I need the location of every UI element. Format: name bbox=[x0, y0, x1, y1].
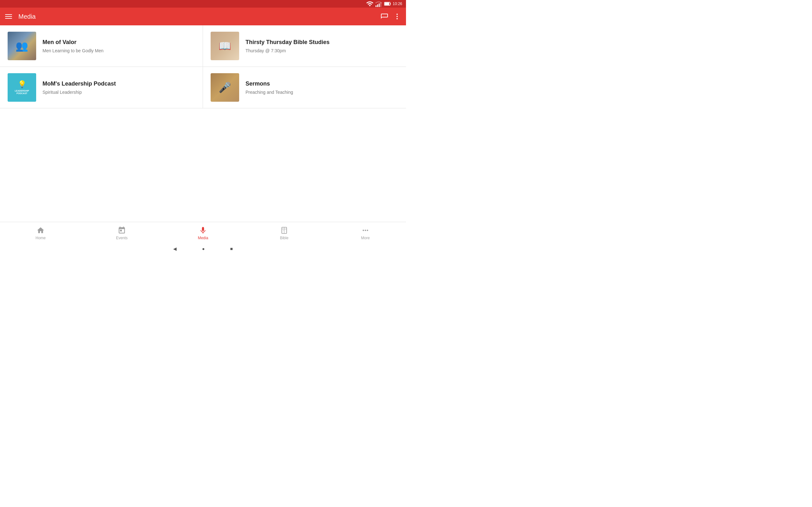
svg-rect-2 bbox=[379, 3, 380, 7]
svg-point-13 bbox=[362, 229, 364, 231]
status-bar: 10:26 bbox=[0, 0, 406, 8]
nav-item-more[interactable]: More bbox=[353, 224, 378, 243]
media-title: Thirsty Thursday Bible Studies bbox=[246, 39, 398, 46]
system-nav: ◀ ● ■ bbox=[0, 244, 406, 253]
svg-rect-0 bbox=[375, 5, 376, 7]
media-title: Sermons bbox=[246, 80, 398, 88]
media-info: Sermons Preaching and Teaching bbox=[246, 80, 398, 95]
media-thumbnail-men-of-valor bbox=[8, 32, 36, 60]
nav-label-home: Home bbox=[36, 236, 46, 240]
list-item[interactable]: Men of Valor Men Learning to be Godly Me… bbox=[0, 25, 203, 67]
svg-rect-5 bbox=[390, 3, 391, 4]
media-info: Men of Valor Men Learning to be Godly Me… bbox=[43, 39, 195, 53]
media-info: Thirsty Thursday Bible Studies Thursday … bbox=[246, 39, 398, 53]
nav-label-bible: Bible bbox=[280, 236, 289, 240]
media-grid: Men of Valor Men Learning to be Godly Me… bbox=[0, 25, 406, 108]
battery-icon bbox=[384, 0, 392, 8]
bottom-nav: Home Events Media Bible More bbox=[0, 222, 406, 244]
svg-point-14 bbox=[365, 229, 366, 231]
nav-label-media: Media bbox=[198, 236, 208, 240]
chat-icon[interactable] bbox=[380, 13, 388, 20]
back-button[interactable]: ◀ bbox=[173, 246, 177, 251]
bible-icon bbox=[280, 226, 288, 234]
menu-icon[interactable] bbox=[5, 14, 12, 19]
nav-item-media[interactable]: Media bbox=[190, 224, 216, 243]
home-button[interactable]: ● bbox=[202, 246, 205, 251]
action-icons bbox=[380, 13, 401, 20]
home-icon bbox=[37, 226, 45, 234]
events-icon bbox=[118, 226, 126, 234]
media-thumbnail-thirsty-thursday bbox=[211, 32, 239, 60]
wifi-icon bbox=[366, 0, 374, 8]
nav-item-bible[interactable]: Bible bbox=[271, 224, 297, 243]
media-info: MoM's Leadership Podcast Spiritual Leade… bbox=[43, 80, 195, 95]
media-mic-icon bbox=[199, 226, 207, 234]
status-icons: 10:26 bbox=[366, 0, 402, 8]
list-item[interactable]: Thirsty Thursday Bible Studies Thursday … bbox=[203, 25, 406, 67]
more-vert-icon[interactable] bbox=[393, 13, 401, 20]
media-thumbnail-sermons bbox=[211, 73, 239, 102]
svg-point-15 bbox=[367, 229, 368, 231]
media-thumbnail-leadership: 💡 LEADERSHIPPODCAST bbox=[8, 73, 36, 102]
recents-button[interactable]: ■ bbox=[230, 246, 233, 251]
svg-point-9 bbox=[397, 18, 398, 19]
main-content: Men of Valor Men Learning to be Godly Me… bbox=[0, 25, 406, 222]
media-title: MoM's Leadership Podcast bbox=[43, 80, 195, 88]
list-item[interactable]: Sermons Preaching and Teaching bbox=[203, 67, 406, 108]
page-title: Media bbox=[18, 13, 380, 20]
signal-icon bbox=[375, 0, 383, 8]
nav-label-more: More bbox=[361, 236, 369, 240]
svg-rect-1 bbox=[377, 4, 378, 7]
svg-point-8 bbox=[397, 16, 398, 17]
app-bar: Media bbox=[0, 8, 406, 25]
nav-label-events: Events bbox=[116, 236, 128, 240]
more-horiz-icon bbox=[361, 226, 369, 234]
media-subtitle: Spiritual Leadership bbox=[43, 90, 195, 95]
media-title: Men of Valor bbox=[43, 39, 195, 46]
list-item[interactable]: 💡 LEADERSHIPPODCAST MoM's Leadership Pod… bbox=[0, 67, 203, 108]
media-subtitle: Men Learning to be Godly Men bbox=[43, 48, 195, 53]
svg-rect-3 bbox=[380, 3, 381, 7]
svg-point-7 bbox=[397, 14, 398, 15]
media-subtitle: Preaching and Teaching bbox=[246, 90, 398, 95]
status-time: 10:26 bbox=[393, 2, 402, 6]
nav-item-events[interactable]: Events bbox=[109, 224, 135, 243]
svg-rect-6 bbox=[385, 3, 389, 5]
media-subtitle: Thursday @ 7:30pm bbox=[246, 48, 398, 53]
nav-item-home[interactable]: Home bbox=[28, 224, 53, 243]
